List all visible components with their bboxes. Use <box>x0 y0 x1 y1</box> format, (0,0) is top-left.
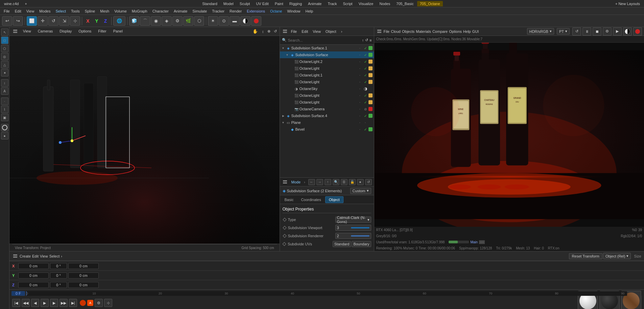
left-tool-sphere[interactable]: ● <box>1 132 8 139</box>
obj-visible-oct4[interactable]: · <box>358 80 362 84</box>
top-tab-visualize[interactable]: Visualize <box>356 1 376 6</box>
objmgr-menu-toggle[interactable] <box>282 29 288 34</box>
coord-x-size[interactable] <box>68 263 99 269</box>
viewport-hand-icon[interactable]: ✋ <box>253 29 258 34</box>
attr-tab-object[interactable]: Object <box>325 196 343 203</box>
obj-visible-oct5[interactable]: · <box>358 93 362 98</box>
obj-render-bevel[interactable]: ✓ <box>363 127 368 132</box>
coord-x-pos[interactable] <box>18 263 49 269</box>
menu-mesh[interactable]: Mesh <box>98 8 112 14</box>
top-tab-newlayouts[interactable]: + New Layouts <box>613 1 643 6</box>
top-tab-sculpt[interactable]: Sculpt <box>237 1 253 6</box>
toolbar-redcircle[interactable] <box>251 16 261 26</box>
reset-transform-btn[interactable]: Reset Transform <box>569 253 602 259</box>
nav-lock[interactable]: 🔓 <box>349 179 356 185</box>
top-tab-uvedit[interactable]: UV Edit <box>253 1 271 6</box>
object-item-octanelight3[interactable]: ⬛ OctaneLight · ✓ <box>280 65 374 72</box>
bottom-view[interactable]: View <box>40 254 48 258</box>
object-item-octanecamera[interactable]: 📷 OctaneCamera · ⊘ <box>280 106 374 112</box>
frame-current-label[interactable]: 0 F <box>11 291 25 296</box>
menu-select[interactable]: Select <box>53 8 68 14</box>
toolbar-display[interactable]: ▬ <box>230 16 240 26</box>
top-tab-paint[interactable]: Paint <box>272 1 286 6</box>
obj-render-oct6[interactable]: ✓ <box>363 100 368 105</box>
toolbar-axis-z[interactable]: Z <box>101 16 110 26</box>
top-tab-nodes[interactable]: Nodes <box>377 1 393 6</box>
toolbar-undo[interactable]: ↩ <box>2 16 12 26</box>
obj-render-subdiv2[interactable]: ✓ <box>363 52 368 57</box>
coord-y-size[interactable] <box>68 272 99 279</box>
nav-up[interactable]: ↑ <box>325 179 331 185</box>
viewport-move-icon[interactable]: ↕ <box>262 29 264 34</box>
viewport-menu-filter[interactable]: Filter <box>96 27 108 36</box>
object-item-octanelight5[interactable]: ⬛ OctaneLight · ✓ <box>280 92 374 99</box>
obj-visible-plane[interactable]: · <box>358 120 362 125</box>
obj-render-subdiv1[interactable]: ✓ <box>363 46 368 50</box>
objmgr-move-up[interactable]: ↑ <box>362 38 364 42</box>
obj-render-oct3[interactable]: ✓ <box>363 66 368 71</box>
obj-visible-cam[interactable]: · <box>358 107 362 111</box>
viewport-menu-cameras[interactable]: Cameras <box>36 27 55 36</box>
bottom-menu-toggle[interactable] <box>12 253 18 259</box>
menu-tracker[interactable]: Tracker <box>210 8 227 14</box>
menu-view[interactable]: View <box>24 8 37 14</box>
object-rel-dropdown[interactable]: Object (Rel) ▾ <box>603 253 631 259</box>
left-tool-poly[interactable]: ▣ <box>1 114 8 121</box>
toolbar-sun[interactable]: ☀ <box>208 16 218 26</box>
timeline-settings-btn[interactable]: ⚙ <box>95 299 103 307</box>
obj-visible-oct1[interactable]: · <box>358 73 362 78</box>
attr-mode-item[interactable]: Mode <box>289 179 303 185</box>
timeline-prev-frame[interactable]: ◀◀ <box>22 299 30 307</box>
obj-render-plane[interactable]: · <box>363 120 368 125</box>
menu-octane[interactable]: Octane <box>268 8 284 14</box>
nav-filter[interactable]: ☰ <box>341 179 348 185</box>
top-tab-model[interactable]: Model <box>221 1 236 6</box>
objmgr-object[interactable]: Object <box>324 29 338 34</box>
render-menu-help[interactable]: Help <box>463 29 471 34</box>
object-item-bevel[interactable]: ◆ Bevel · ✓ <box>280 126 374 133</box>
render-menu-materials[interactable]: Materials <box>416 29 431 34</box>
toolbar-scene[interactable]: ⬡ <box>194 16 204 26</box>
app-tab-new[interactable]: + <box>22 1 29 6</box>
render-btn-reset[interactable]: ↺ <box>572 27 581 36</box>
nav-refresh[interactable]: ↺ <box>365 179 372 185</box>
coord-y-pos[interactable] <box>18 272 49 279</box>
menu-mograph[interactable]: MoGraph <box>129 8 150 14</box>
menu-modes[interactable]: Modes <box>37 8 53 14</box>
left-tool-point[interactable]: · <box>1 97 8 105</box>
app-tab-wine[interactable]: wine.c4d <box>1 1 21 6</box>
toolbar-move[interactable]: ✛ <box>38 16 48 26</box>
menu-extensions[interactable]: Extensions <box>244 8 267 14</box>
obj-visible-subdiv2[interactable]: · <box>358 52 362 57</box>
render-btn-red[interactable] <box>633 27 642 36</box>
left-tool-7[interactable]: ↕ <box>1 79 8 87</box>
render-pt-dropdown[interactable]: PT ▾ <box>557 28 570 35</box>
viewport-menu-display[interactable]: Display <box>57 27 74 36</box>
obj-visible-oct2[interactable]: · <box>358 59 362 64</box>
timeline-play[interactable]: ▶ <box>41 299 49 307</box>
menu-window[interactable]: Window <box>285 8 303 14</box>
objmgr-refresh[interactable]: ↺ <box>365 38 368 42</box>
expand-icon-5[interactable]: ▼ <box>281 120 285 125</box>
objmgr-file[interactable]: File <box>289 29 299 34</box>
toolbar-fields[interactable]: 🌿 <box>183 16 193 26</box>
render-menu-compare[interactable]: Compare <box>432 29 448 34</box>
toolbar-nurbs[interactable]: ⌒ <box>140 16 150 26</box>
object-item-octanesky[interactable]: ◑ OctaneSky · ◑ <box>280 85 374 92</box>
attr-value-uvs-boundary[interactable]: Boundary <box>352 241 371 247</box>
menu-edit[interactable]: Edit <box>13 8 24 14</box>
viewport-rotate-icon[interactable]: ↺ <box>274 29 277 34</box>
menu-animate[interactable]: Animate <box>171 8 190 14</box>
object-search-input[interactable] <box>288 38 361 42</box>
nav-forward[interactable]: → <box>316 179 323 185</box>
toolbar-axis-x[interactable]: X <box>84 16 92 26</box>
obj-visible-bevel[interactable]: · <box>358 127 362 132</box>
viewport-menu-options[interactable]: Options <box>76 27 93 36</box>
viewport-menu-view[interactable]: View <box>21 27 33 36</box>
attr-tab-coordinates[interactable]: Coordinates <box>297 197 324 203</box>
top-tab-705octane[interactable]: 705_Octane <box>417 1 443 6</box>
expand-icon-2[interactable]: ▼ <box>285 53 289 57</box>
render-btn-settings[interactable]: ⚙ <box>603 27 612 36</box>
menu-file[interactable]: File <box>1 8 12 14</box>
menu-tools[interactable]: Tools <box>69 8 82 14</box>
